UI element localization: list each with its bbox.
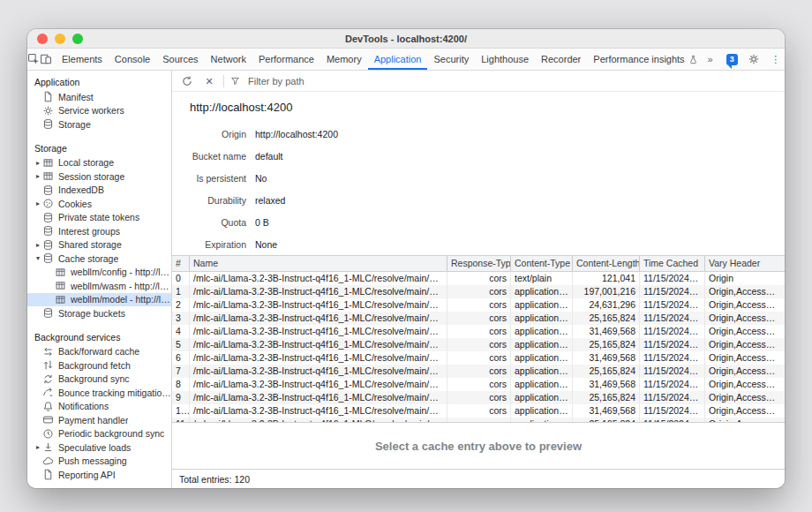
sidebar-item-label: webllm/config - http://loc…	[71, 267, 171, 277]
filter-icon	[230, 76, 240, 86]
device-toolbar-button[interactable]	[40, 49, 52, 70]
sidebar-item-shared-storage[interactable]: ▸Shared storage	[27, 238, 171, 252]
gear-icon[interactable]	[748, 53, 760, 65]
cell-name: /mlc-ai/Llama-3.2-3B-Instruct-q4f16_1-ML…	[190, 272, 447, 285]
sidebar-item-push-messaging[interactable]: Push messaging	[27, 455, 171, 469]
sidebar-item-storage-buckets[interactable]: Storage buckets	[27, 306, 171, 320]
zoom-button[interactable]	[72, 34, 83, 44]
chevron-right-icon[interactable]: ▸	[34, 169, 42, 183]
sidebar-item-private-state-tokens[interactable]: Private state tokens	[27, 211, 171, 225]
sidebar-item-cache-storage[interactable]: ▾Cache storage	[27, 252, 171, 266]
table-row[interactable]: 7/mlc-ai/Llama-3.2-3B-Instruct-q4f16_1-M…	[172, 365, 785, 378]
table-row[interactable]: 9/mlc-ai/Llama-3.2-3B-Instruct-q4f16_1-M…	[172, 391, 785, 404]
tab-lighthouse[interactable]: Lighthouse	[475, 49, 535, 70]
table-row[interactable]: 10/mlc-ai/Llama-3.2-3B-Instruct-q4f16_1-…	[172, 404, 785, 418]
tab-security[interactable]: Security	[427, 49, 475, 70]
payment-icon	[42, 414, 54, 425]
sidebar-item-webllm-wasm-http-loca[interactable]: webllm/wasm - http://loca…	[27, 279, 171, 293]
devtools-window: DevTools - localhost:4200/ ElementsConso…	[27, 29, 785, 488]
tab-network[interactable]: Network	[205, 49, 252, 70]
sidebar-section-storage: Storage▸Local storage▸Session storageInd…	[27, 139, 171, 320]
sidebar-item-label: Interest groups	[58, 226, 120, 237]
sidebar-item-webllm-model-http-loc[interactable]: webllm/model - http://loc…	[27, 293, 171, 307]
sidebar-item-background-fetch[interactable]: Background fetch	[27, 358, 171, 373]
chevron-right-icon[interactable]: ▸	[34, 238, 42, 252]
chevron-down-icon[interactable]: ▾	[34, 252, 42, 265]
sidebar-item-label: Service workers	[58, 105, 124, 116]
column-header-number[interactable]: #	[172, 256, 190, 271]
table-row[interactable]: 5/mlc-ai/Llama-3.2-3B-Instruct-q4f16_1-M…	[172, 338, 785, 351]
delete-selected-button[interactable]: ✕	[201, 73, 217, 89]
cell-response-type: cors	[447, 325, 511, 338]
cell-vary-header: Origin,Access…	[705, 391, 785, 404]
sidebar-item-speculative-loads[interactable]: ▸Speculative loads	[27, 440, 171, 455]
tab-elements[interactable]: Elements	[56, 49, 109, 70]
table-row[interactable]: 2/mlc-ai/Llama-3.2-3B-Instruct-q4f16_1-M…	[172, 298, 785, 312]
table-row[interactable]: 4/mlc-ai/Llama-3.2-3B-Instruct-q4f16_1-M…	[172, 325, 785, 338]
cell-number: 0	[172, 272, 190, 285]
feedback-icon[interactable]: 3	[726, 54, 738, 65]
table-row[interactable]: 6/mlc-ai/Llama-3.2-3B-Instruct-q4f16_1-M…	[172, 351, 785, 365]
column-header-content-length[interactable]: Content-Length	[573, 256, 640, 271]
chevron-right-icon[interactable]: ▸	[34, 156, 42, 169]
sidebar-item-interest-groups[interactable]: Interest groups	[27, 224, 171, 238]
tab-performance[interactable]: Performance	[252, 49, 320, 70]
refresh-button[interactable]	[179, 73, 195, 89]
window-titlebar[interactable]: DevTools - localhost:4200/	[27, 29, 785, 49]
close-button[interactable]	[37, 34, 48, 44]
sidebar-item-back-forward-cache[interactable]: Back/forward cache	[27, 345, 171, 359]
sidebar-item-local-storage[interactable]: ▸Local storage	[27, 156, 171, 170]
column-header-time-cached[interactable]: Time Cached	[640, 256, 705, 271]
cell-time-cached: 11/15/2024, 10…	[640, 325, 705, 338]
cell-content-type: application/oc…	[511, 285, 573, 298]
kebab-menu-icon[interactable]: ⋮	[770, 53, 782, 65]
sidebar-item-service-workers[interactable]: Service workers	[27, 104, 171, 118]
sidebar-item-bounce-tracking-mitigations[interactable]: Bounce tracking mitigations	[27, 386, 171, 400]
metadata-value: relaxed	[255, 195, 285, 206]
cell-content-length: 24,631,296	[573, 298, 640, 312]
table-row[interactable]: 8/mlc-ai/Llama-3.2-3B-Instruct-q4f16_1-M…	[172, 378, 785, 391]
cache-table-header: #NameResponse-TypeContent-TypeContent-Le…	[172, 256, 785, 272]
cell-name: /mlc-ai/Llama-3.2-3B-Instruct-q4f16_1-ML…	[190, 285, 447, 298]
sidebar-item-indexeddb[interactable]: IndexedDB	[27, 184, 171, 198]
filter-input[interactable]	[246, 75, 529, 87]
table-row[interactable]: 3/mlc-ai/Llama-3.2-3B-Instruct-q4f16_1-M…	[172, 312, 785, 325]
sidebar-item-storage[interactable]: Storage	[27, 117, 171, 132]
inspect-element-button[interactable]	[27, 49, 40, 70]
chevron-right-icon[interactable]: ▸	[34, 440, 42, 454]
tab-recorder[interactable]: Recorder	[535, 49, 587, 70]
sidebar-item-cookies[interactable]: ▸Cookies	[27, 197, 171, 211]
tab-performance-insights[interactable]: Performance insights	[587, 49, 703, 70]
sidebar-item-label: Cookies	[58, 199, 92, 209]
cell-number: 2	[172, 298, 190, 312]
minimize-button[interactable]	[55, 34, 65, 44]
cell-vary-header: Origin,Access…	[705, 325, 785, 338]
tab-application[interactable]: Application	[368, 49, 428, 70]
cell-number: 9	[172, 391, 190, 404]
sidebar-item-background-sync[interactable]: Background sync	[27, 373, 171, 387]
cell-time-cached: 11/15/2024, 10…	[640, 338, 705, 351]
sidebar-item-manifest[interactable]: Manifest	[27, 90, 171, 104]
sidebar-section-background-services: Background servicesBack/forward cacheBac…	[27, 328, 171, 482]
column-header-response-type[interactable]: Response-Type	[447, 256, 511, 271]
more-tabs-icon[interactable]: »	[704, 53, 717, 65]
column-header-vary-header[interactable]: Vary Header	[705, 256, 785, 271]
table-icon	[55, 267, 66, 278]
column-header-name[interactable]: Name	[190, 256, 447, 271]
table-row[interactable]: 0/mlc-ai/Llama-3.2-3B-Instruct-q4f16_1-M…	[172, 272, 785, 285]
sidebar-item-notifications[interactable]: Notifications	[27, 400, 171, 414]
chevron-right-icon[interactable]: ▸	[34, 197, 42, 210]
sidebar-item-periodic-background-sync[interactable]: Periodic background sync	[27, 427, 171, 441]
sidebar-item-webllm-config-http-loc[interactable]: webllm/config - http://loc…	[27, 266, 171, 280]
tab-console[interactable]: Console	[109, 49, 156, 70]
column-header-content-type[interactable]: Content-Type	[511, 256, 573, 271]
cell-response-type: cors	[447, 338, 511, 351]
sidebar-item-session-storage[interactable]: ▸Session storage	[27, 169, 171, 184]
tab-sources[interactable]: Sources	[156, 49, 204, 70]
database-icon	[42, 239, 54, 251]
metadata-row-origin: Originhttp://localhost:4200	[190, 123, 785, 145]
sidebar-item-payment-handler[interactable]: Payment handler	[27, 413, 171, 427]
tab-memory[interactable]: Memory	[320, 49, 368, 70]
sidebar-item-reporting-api[interactable]: Reporting API	[27, 468, 171, 482]
table-row[interactable]: 1/mlc-ai/Llama-3.2-3B-Instruct-q4f16_1-M…	[172, 285, 785, 298]
